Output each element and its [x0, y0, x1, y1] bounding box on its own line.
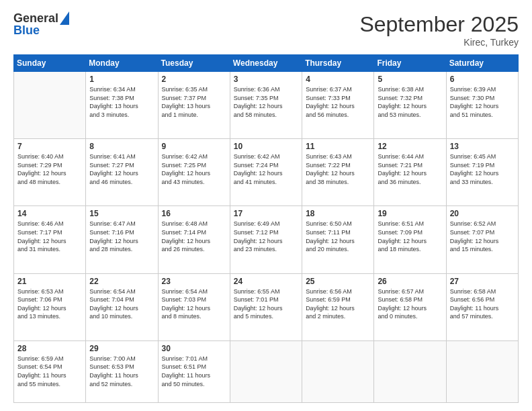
table-cell: 9Sunrise: 6:42 AMSunset: 7:25 PMDaylight…	[158, 139, 230, 206]
day-number: 23	[162, 277, 226, 286]
table-cell: 7Sunrise: 6:40 AMSunset: 7:29 PMDaylight…	[14, 139, 86, 206]
table-cell: 13Sunrise: 6:45 AMSunset: 7:19 PMDayligh…	[446, 139, 518, 206]
header: General Blue September 2025 Kirec, Turke…	[13, 12, 519, 48]
cell-info: Sunrise: 6:54 AMSunset: 7:04 PMDaylight:…	[89, 287, 154, 321]
table-cell: 2Sunrise: 6:35 AMSunset: 7:37 PMDaylight…	[158, 72, 230, 139]
table-cell: 26Sunrise: 6:57 AMSunset: 6:58 PMDayligh…	[374, 273, 446, 340]
calendar-table: Sunday Monday Tuesday Wednesday Thursday…	[13, 54, 519, 403]
day-number: 11	[306, 142, 370, 151]
header-tuesday: Tuesday	[158, 55, 230, 72]
cell-info: Sunrise: 6:59 AMSunset: 6:54 PMDaylight:…	[17, 355, 82, 388]
week-row-2: 7Sunrise: 6:40 AMSunset: 7:29 PMDaylight…	[14, 139, 519, 206]
cell-info: Sunrise: 6:57 AMSunset: 6:58 PMDaylight:…	[378, 287, 442, 321]
cell-info: Sunrise: 6:38 AMSunset: 7:32 PMDaylight:…	[378, 85, 442, 119]
day-number: 18	[306, 209, 370, 218]
header-saturday: Saturday	[446, 55, 518, 72]
table-cell: 1Sunrise: 6:34 AMSunset: 7:38 PMDaylight…	[86, 72, 158, 139]
cell-info: Sunrise: 6:42 AMSunset: 7:24 PMDaylight:…	[234, 152, 298, 186]
header-sunday: Sunday	[14, 55, 86, 72]
table-cell: 15Sunrise: 6:47 AMSunset: 7:16 PMDayligh…	[86, 206, 158, 273]
cell-info: Sunrise: 6:53 AMSunset: 7:06 PMDaylight:…	[17, 287, 82, 321]
day-number: 28	[17, 344, 82, 353]
cell-info: Sunrise: 6:35 AMSunset: 7:37 PMDaylight:…	[162, 85, 226, 119]
day-number: 29	[89, 344, 154, 353]
day-number: 15	[89, 209, 154, 218]
table-cell: 27Sunrise: 6:58 AMSunset: 6:56 PMDayligh…	[446, 273, 518, 340]
week-row-4: 21Sunrise: 6:53 AMSunset: 7:06 PMDayligh…	[14, 273, 519, 340]
table-cell: 20Sunrise: 6:52 AMSunset: 7:07 PMDayligh…	[446, 206, 518, 273]
table-cell: 10Sunrise: 6:42 AMSunset: 7:24 PMDayligh…	[230, 139, 302, 206]
table-cell: 19Sunrise: 6:51 AMSunset: 7:09 PMDayligh…	[374, 206, 446, 273]
day-number: 16	[162, 209, 226, 218]
day-number: 8	[89, 142, 154, 151]
cell-info: Sunrise: 6:54 AMSunset: 7:03 PMDaylight:…	[162, 287, 226, 321]
cell-info: Sunrise: 6:34 AMSunset: 7:38 PMDaylight:…	[89, 85, 154, 119]
day-number: 24	[234, 277, 298, 286]
table-cell: 3Sunrise: 6:36 AMSunset: 7:35 PMDaylight…	[230, 72, 302, 139]
table-cell	[302, 340, 374, 402]
cell-info: Sunrise: 6:48 AMSunset: 7:14 PMDaylight:…	[162, 220, 226, 253]
cell-info: Sunrise: 6:44 AMSunset: 7:21 PMDaylight:…	[378, 152, 442, 186]
week-row-1: 1Sunrise: 6:34 AMSunset: 7:38 PMDaylight…	[14, 72, 519, 139]
table-cell: 17Sunrise: 6:49 AMSunset: 7:12 PMDayligh…	[230, 206, 302, 273]
day-number: 9	[162, 142, 226, 151]
location: Kirec, Turkey	[359, 37, 519, 48]
table-cell: 24Sunrise: 6:55 AMSunset: 7:01 PMDayligh…	[230, 273, 302, 340]
day-number: 17	[234, 209, 298, 218]
table-cell: 21Sunrise: 6:53 AMSunset: 7:06 PMDayligh…	[14, 273, 86, 340]
month-title: September 2025	[359, 12, 519, 37]
day-number: 2	[162, 75, 226, 84]
cell-info: Sunrise: 6:46 AMSunset: 7:17 PMDaylight:…	[17, 220, 82, 253]
cell-info: Sunrise: 6:40 AMSunset: 7:29 PMDaylight:…	[17, 152, 82, 186]
table-cell	[230, 340, 302, 402]
day-number: 22	[89, 277, 154, 286]
logo-triangle-icon	[60, 11, 69, 25]
table-cell: 28Sunrise: 6:59 AMSunset: 6:54 PMDayligh…	[14, 340, 86, 402]
header-wednesday: Wednesday	[230, 55, 302, 72]
table-cell: 25Sunrise: 6:56 AMSunset: 6:59 PMDayligh…	[302, 273, 374, 340]
svg-marker-0	[60, 11, 69, 25]
logo-blue-text: Blue	[13, 24, 40, 38]
cell-info: Sunrise: 6:42 AMSunset: 7:25 PMDaylight:…	[162, 152, 226, 186]
day-number: 13	[450, 142, 515, 151]
cell-info: Sunrise: 7:00 AMSunset: 6:53 PMDaylight:…	[89, 355, 154, 388]
weekday-header-row: Sunday Monday Tuesday Wednesday Thursday…	[14, 55, 519, 72]
day-number: 6	[450, 75, 515, 84]
cell-info: Sunrise: 6:47 AMSunset: 7:16 PMDaylight:…	[89, 220, 154, 253]
cell-info: Sunrise: 6:55 AMSunset: 7:01 PMDaylight:…	[234, 287, 298, 321]
day-number: 5	[378, 75, 442, 84]
cell-info: Sunrise: 6:49 AMSunset: 7:12 PMDaylight:…	[234, 220, 298, 253]
day-number: 3	[234, 75, 298, 84]
cell-info: Sunrise: 6:52 AMSunset: 7:07 PMDaylight:…	[450, 220, 515, 253]
title-section: September 2025 Kirec, Turkey	[359, 12, 519, 48]
table-cell: 5Sunrise: 6:38 AMSunset: 7:32 PMDaylight…	[374, 72, 446, 139]
logo: General Blue	[13, 12, 69, 38]
page: General Blue September 2025 Kirec, Turke…	[0, 0, 532, 411]
cell-info: Sunrise: 6:56 AMSunset: 6:59 PMDaylight:…	[306, 287, 370, 321]
week-row-3: 14Sunrise: 6:46 AMSunset: 7:17 PMDayligh…	[14, 206, 519, 273]
header-friday: Friday	[374, 55, 446, 72]
table-cell	[446, 340, 518, 402]
cell-info: Sunrise: 6:37 AMSunset: 7:33 PMDaylight:…	[306, 85, 370, 119]
cell-info: Sunrise: 6:36 AMSunset: 7:35 PMDaylight:…	[234, 85, 298, 119]
day-number: 25	[306, 277, 370, 286]
table-cell: 23Sunrise: 6:54 AMSunset: 7:03 PMDayligh…	[158, 273, 230, 340]
table-cell: 18Sunrise: 6:50 AMSunset: 7:11 PMDayligh…	[302, 206, 374, 273]
cell-info: Sunrise: 6:41 AMSunset: 7:27 PMDaylight:…	[89, 152, 154, 186]
table-cell: 8Sunrise: 6:41 AMSunset: 7:27 PMDaylight…	[86, 139, 158, 206]
day-number: 26	[378, 277, 442, 286]
cell-info: Sunrise: 7:01 AMSunset: 6:51 PMDaylight:…	[162, 355, 226, 388]
day-number: 1	[89, 75, 154, 84]
table-cell: 22Sunrise: 6:54 AMSunset: 7:04 PMDayligh…	[86, 273, 158, 340]
day-number: 4	[306, 75, 370, 84]
table-cell	[14, 72, 86, 139]
header-monday: Monday	[86, 55, 158, 72]
week-row-5: 28Sunrise: 6:59 AMSunset: 6:54 PMDayligh…	[14, 340, 519, 402]
cell-info: Sunrise: 6:51 AMSunset: 7:09 PMDaylight:…	[378, 220, 442, 253]
cell-info: Sunrise: 6:45 AMSunset: 7:19 PMDaylight:…	[450, 152, 515, 186]
day-number: 30	[162, 344, 226, 353]
table-cell: 12Sunrise: 6:44 AMSunset: 7:21 PMDayligh…	[374, 139, 446, 206]
table-cell	[374, 340, 446, 402]
table-cell: 6Sunrise: 6:39 AMSunset: 7:30 PMDaylight…	[446, 72, 518, 139]
table-cell: 4Sunrise: 6:37 AMSunset: 7:33 PMDaylight…	[302, 72, 374, 139]
